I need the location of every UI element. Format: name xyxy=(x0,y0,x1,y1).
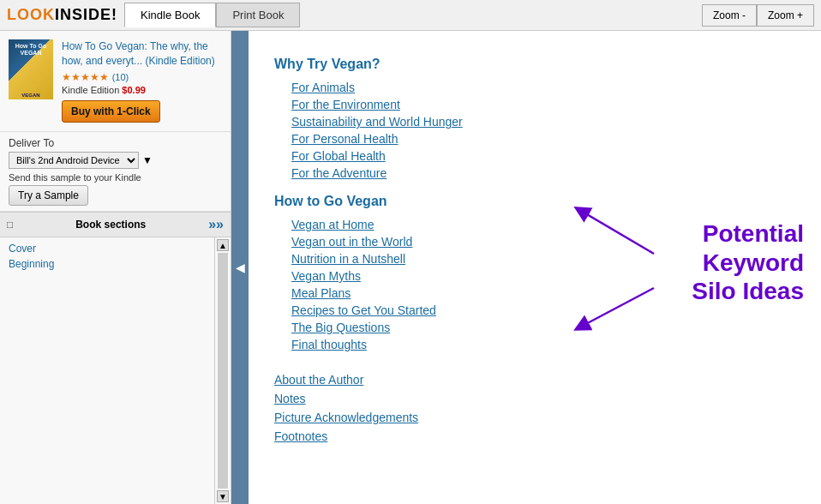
sections-collapse-icon[interactable]: »» xyxy=(208,217,224,232)
book-cover-text: How To GoVEGAN xyxy=(10,43,51,57)
look-text: LOOK xyxy=(7,6,55,23)
deliver-label: Deliver To xyxy=(9,137,222,149)
toc-footnotes[interactable]: Footnotes xyxy=(274,427,795,446)
book-info: How To GoVEGAN VEGAN How To Go Vegan: Th… xyxy=(0,31,231,132)
toc-adventure[interactable]: For the Adventure xyxy=(274,165,795,182)
kindle-book-tab[interactable]: Kindle Book xyxy=(124,3,216,27)
main-layout: How To GoVEGAN VEGAN How To Go Vegan: Th… xyxy=(0,31,821,504)
top-bar: LOOKINSIDE! Kindle Book Print Book Zoom … xyxy=(0,0,821,31)
toc-nutrition[interactable]: Nutrition in a Nutshell xyxy=(274,250,795,267)
section-how-to-go-vegan: How to Go Vegan Vegan at Home Vegan out … xyxy=(274,194,795,353)
deliver-section: Deliver To Bill's 2nd Android Device ▼ S… xyxy=(0,132,231,212)
zoom-controls: Zoom - Zoom + xyxy=(702,4,814,27)
sections-list: Cover Beginning xyxy=(0,237,214,504)
section-additional: About the Author Notes Picture Acknowled… xyxy=(274,370,795,446)
section-item-cover[interactable]: Cover xyxy=(0,241,214,256)
sections-toggle-icon[interactable]: □ xyxy=(7,219,13,231)
dropdown-arrow: ▼ xyxy=(142,154,153,166)
look-inside-logo: LOOKINSIDE! xyxy=(7,6,117,24)
toc-myths[interactable]: Vegan Myths xyxy=(274,267,795,285)
book-cover-bottom: VEGAN xyxy=(10,93,51,98)
edition-label: Kindle Edition xyxy=(62,85,119,95)
content-area: Why Try Vegan? For Animals For the Envir… xyxy=(249,31,821,504)
scroll-down-button[interactable]: ▼ xyxy=(217,490,229,502)
scroll-track xyxy=(218,253,228,489)
toc-for-environment[interactable]: For the Environment xyxy=(274,96,795,113)
sections-header-label: Book sections xyxy=(75,219,146,231)
zoom-plus-button[interactable]: Zoom + xyxy=(757,4,814,27)
review-count: (10) xyxy=(112,72,129,82)
star-rating: ★★★★★ xyxy=(62,71,109,83)
edition-line: Kindle Edition $0.99 xyxy=(62,85,222,95)
inside-text: INSIDE! xyxy=(55,6,117,23)
device-select: Bill's 2nd Android Device ▼ xyxy=(9,152,222,169)
print-book-tab[interactable]: Print Book xyxy=(216,3,300,27)
section-why-try-vegan: Why Try Vegan? For Animals For the Envir… xyxy=(274,57,795,182)
scroll-controls: ▲ ▼ xyxy=(214,237,231,504)
toc-for-animals[interactable]: For Animals xyxy=(274,79,795,96)
book-title-link[interactable]: How To Go Vegan: The why, the how, and e… xyxy=(62,40,215,67)
book-cover: How To GoVEGAN VEGAN xyxy=(9,39,53,99)
price: $0.99 xyxy=(122,85,146,95)
sections-list-container: Cover Beginning ▲ ▼ xyxy=(0,237,231,504)
toc-final-thoughts[interactable]: Final thoughts xyxy=(274,336,795,353)
toc-picture-ack[interactable]: Picture Acknowledgements xyxy=(274,408,795,427)
toc-vegan-at-home[interactable]: Vegan at Home xyxy=(274,216,795,233)
toc-about-author[interactable]: About the Author xyxy=(274,370,795,389)
toc-recipes[interactable]: Recipes to Get You Started xyxy=(274,302,795,319)
toc-sustainability[interactable]: Sustainability and World Hunger xyxy=(274,113,795,130)
zoom-minus-button[interactable]: Zoom - xyxy=(702,4,757,27)
sidebar: How To GoVEGAN VEGAN How To Go Vegan: Th… xyxy=(0,31,231,504)
toc-global-health[interactable]: For Global Health xyxy=(274,147,795,165)
toc-vegan-out[interactable]: Vegan out in the World xyxy=(274,233,795,250)
book-sections-header: □ Book sections »» xyxy=(0,212,231,237)
send-sample-label: Send this sample to your Kindle xyxy=(9,172,222,183)
toc-notes[interactable]: Notes xyxy=(274,389,795,408)
section-heading-how: How to Go Vegan xyxy=(274,194,795,209)
book-details: How To Go Vegan: The why, the how, and e… xyxy=(62,39,222,123)
device-dropdown[interactable]: Bill's 2nd Android Device xyxy=(9,152,139,169)
toc-meal-plans[interactable]: Meal Plans xyxy=(274,285,795,302)
section-heading-why: Why Try Vegan? xyxy=(274,57,795,72)
section-item-beginning[interactable]: Beginning xyxy=(0,256,214,272)
try-sample-button[interactable]: Try a Sample xyxy=(9,185,88,206)
sidebar-collapse-arrow[interactable]: ◀ xyxy=(231,31,249,504)
scroll-up-button[interactable]: ▲ xyxy=(217,239,229,251)
buy-button[interactable]: Buy with 1-Click xyxy=(62,100,160,123)
toc-personal-health[interactable]: For Personal Health xyxy=(274,130,795,147)
toc-big-questions[interactable]: The Big Questions xyxy=(274,319,795,336)
